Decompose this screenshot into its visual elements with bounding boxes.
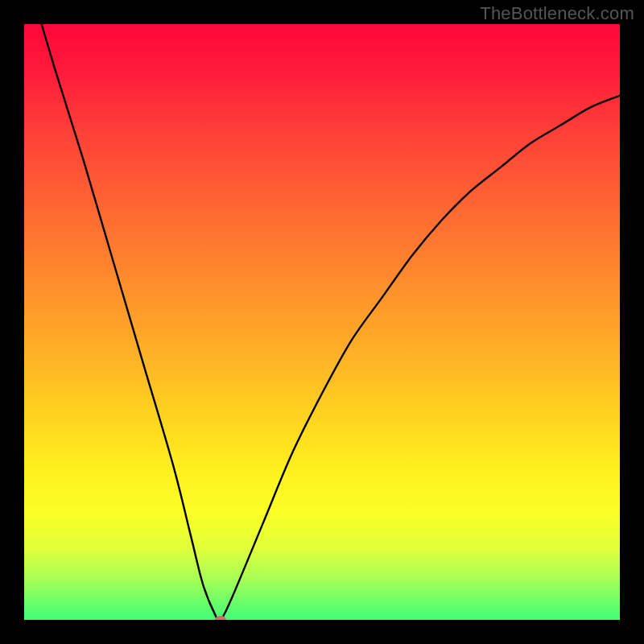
watermark-label: TheBottleneck.com: [480, 3, 634, 24]
plot-area: [24, 24, 620, 620]
minimum-marker: [215, 616, 226, 620]
bottleneck-curve: [24, 24, 620, 620]
chart-frame: TheBottleneck.com: [0, 0, 644, 644]
